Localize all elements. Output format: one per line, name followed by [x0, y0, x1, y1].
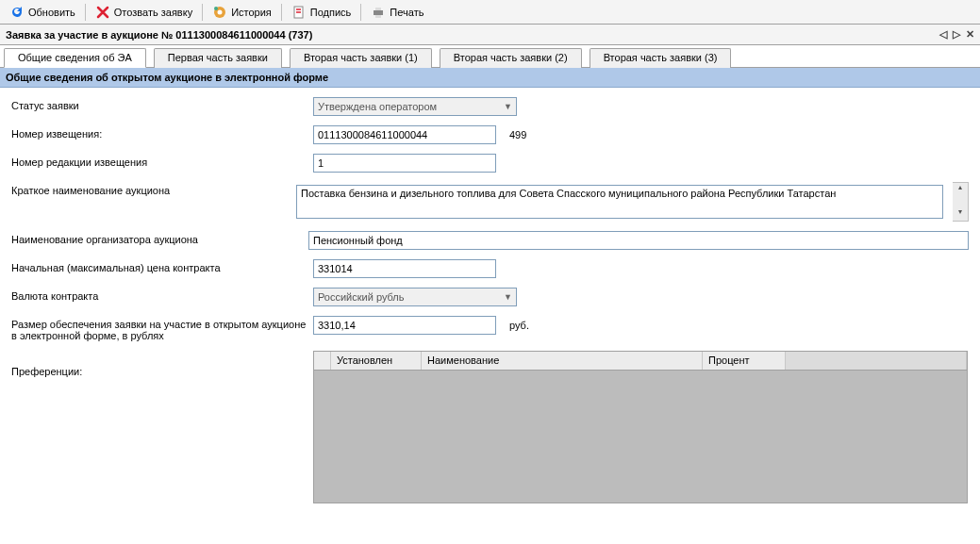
chevron-down-icon: ▼: [504, 102, 512, 111]
currency-select[interactable]: Российский рубль ▼: [313, 288, 517, 306]
withdraw-icon: [95, 5, 110, 20]
notice-no-label: Номер извещения:: [11, 125, 313, 140]
section-header: Общие сведения об открытом аукционе в эл…: [0, 68, 980, 88]
refresh-button[interactable]: Обновить: [4, 3, 81, 22]
deposit-unit: руб.: [509, 320, 529, 331]
scroll-up-icon[interactable]: ▴: [953, 183, 968, 196]
toolbar-separator: [360, 4, 361, 21]
print-label: Печать: [390, 7, 424, 18]
short-name-textarea[interactable]: [296, 185, 943, 219]
grid-header-spacer: [786, 352, 967, 370]
notice-no-aux: 499: [509, 129, 526, 140]
window-title-bar: Заявка за участие в аукционе № 011130008…: [0, 25, 980, 45]
signature-icon: [291, 5, 307, 20]
withdraw-button[interactable]: Отозвать заявку: [90, 3, 198, 22]
tab-general[interactable]: Общие сведения об ЭА: [4, 48, 146, 68]
signature-button[interactable]: Подпись: [286, 3, 357, 22]
next-record-button[interactable]: ▷: [953, 28, 960, 41]
window-title: Заявка за участие в аукционе № 011130008…: [6, 29, 312, 41]
print-icon: [371, 5, 386, 20]
svg-rect-6: [375, 15, 381, 18]
tab-part1[interactable]: Первая часть заявки: [154, 48, 282, 68]
notice-rev-input[interactable]: [313, 154, 496, 173]
close-button[interactable]: ✕: [966, 28, 974, 41]
notice-rev-label: Номер редакции извещения: [11, 154, 313, 168]
svg-rect-5: [375, 8, 381, 10]
grid-header-row: Установлен Наименование Процент: [314, 352, 967, 371]
currency-value: Российский рубль: [318, 291, 405, 303]
textarea-scrollbar[interactable]: ▴ ▾: [953, 182, 969, 222]
preferences-label: Преференции:: [11, 351, 313, 377]
history-icon: [212, 5, 227, 20]
start-price-label: Начальная (максимальная) цена контракта: [11, 259, 313, 273]
status-value: Утверждена оператором: [318, 101, 437, 112]
chevron-down-icon: ▼: [504, 292, 512, 302]
toolbar: Обновить Отозвать заявку История Подпись…: [0, 0, 980, 25]
currency-label: Валюта контракта: [11, 288, 313, 302]
window-controls: ◁ ▷ ✕: [939, 28, 974, 41]
refresh-label: Обновить: [28, 7, 75, 18]
toolbar-separator: [85, 4, 86, 21]
form-area: Статус заявки Утверждена оператором ▼ Но…: [0, 88, 980, 509]
refresh-icon: [9, 5, 25, 20]
organizer-label: Наименование организатора аукциона: [11, 231, 308, 245]
print-button[interactable]: Печать: [365, 3, 429, 22]
deposit-label: Размер обеспечения заявки на участие в о…: [11, 316, 313, 341]
history-label: История: [231, 7, 272, 18]
tabs: Общие сведения об ЭА Первая часть заявки…: [0, 45, 980, 68]
short-name-label: Краткое наименование аукциона: [11, 182, 296, 196]
svg-point-2: [214, 7, 218, 10]
notice-no-input[interactable]: [313, 125, 496, 144]
toolbar-separator: [202, 4, 203, 21]
organizer-input[interactable]: [308, 231, 969, 250]
scroll-down-icon[interactable]: ▾: [953, 207, 968, 221]
history-button[interactable]: История: [207, 3, 277, 22]
toolbar-separator: [281, 4, 282, 21]
status-select[interactable]: Утверждена оператором ▼: [313, 97, 517, 116]
status-label: Статус заявки: [11, 97, 313, 111]
grid-body: [314, 371, 967, 503]
tab-part2-2[interactable]: Вторая часть заявки (2): [440, 48, 582, 68]
preferences-grid[interactable]: Установлен Наименование Процент: [313, 351, 968, 503]
signature-label: Подпись: [310, 7, 352, 18]
withdraw-label: Отозвать заявку: [114, 7, 192, 18]
svg-point-1: [218, 9, 223, 14]
grid-header-set: Установлен: [331, 352, 422, 370]
tab-part2-3[interactable]: Вторая часть заявки (3): [590, 48, 732, 68]
svg-rect-4: [374, 10, 383, 15]
prev-record-button[interactable]: ◁: [939, 28, 947, 41]
deposit-input[interactable]: [313, 316, 496, 335]
grid-header-percent: Процент: [703, 352, 786, 370]
tab-part2-1[interactable]: Вторая часть заявки (1): [290, 48, 432, 68]
start-price-input[interactable]: [313, 259, 496, 278]
grid-header-name: Наименование: [422, 352, 703, 370]
grid-header-selector: [314, 352, 331, 370]
